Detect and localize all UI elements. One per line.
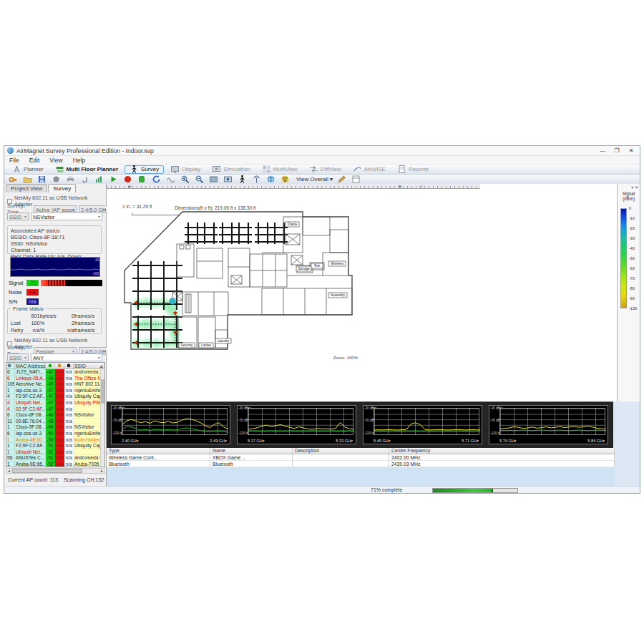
ap-table-row[interactable]: 1100:8E:76:04...-48n/an/a xyxy=(6,419,104,425)
x-axis-right-label: 5.71 GHz xyxy=(462,439,479,443)
palette-icon[interactable] xyxy=(280,175,290,184)
ssid-mode2-select[interactable]: ▾SSID xyxy=(7,353,29,361)
ap-table-hscrollbar[interactable]: ◂ ▸ xyxy=(6,468,105,474)
spectrum-panel: -20 dBm-70 dBm-120 dBm2.40 GHz2.49 GHz-2… xyxy=(107,401,615,448)
minimize-button[interactable]: — xyxy=(595,146,610,155)
ap-table-row[interactable]: 6lap-cos-us-3-50n/an/angeniu&inifer xyxy=(6,431,104,437)
open-folder-icon[interactable] xyxy=(23,175,32,184)
tab-display[interactable]: Display xyxy=(165,165,205,174)
signal-wave-icon[interactable] xyxy=(166,175,175,184)
legend-tick: 0 xyxy=(629,206,631,210)
edit-icon[interactable] xyxy=(337,175,346,184)
floor-plan-area[interactable]: ◆◆◇ 1 in. = 31.29 ft Dimensions(ft x ft)… xyxy=(107,184,618,401)
ap-table-row[interactable]: 402:9F:C2:AF...-47n/an/a xyxy=(6,406,104,413)
close-button[interactable]: ✕ xyxy=(624,146,638,155)
ap-table-row[interactable]: 6Cisco-8F:08...-48n/an/aNSVisitor xyxy=(6,412,104,419)
ssid2-select[interactable]: ▾ANY xyxy=(31,353,102,361)
current-position-marker[interactable] xyxy=(170,298,175,304)
panel-tab-project-view[interactable]: Project View xyxy=(6,184,47,192)
interferer-header-description[interactable]: Description xyxy=(293,448,389,454)
maximize-button[interactable]: ❐ xyxy=(610,146,624,155)
legend-tick: -10 xyxy=(629,216,635,220)
interferer-row[interactable]: Wireless Game Cont...XBOX Game ...2402.0… xyxy=(107,454,615,461)
ap-table-vscrollbar[interactable] xyxy=(100,369,104,467)
zoom-in-icon[interactable] xyxy=(180,175,190,184)
title-bar: AirMagnet Survey Professional Edition - … xyxy=(4,146,640,156)
legend-tick: -20 xyxy=(629,226,635,230)
refresh-icon[interactable] xyxy=(152,175,161,184)
tab-multi-floor-planner[interactable]: Multi Floor Planner xyxy=(50,165,123,174)
noise-badge: n/a xyxy=(26,289,39,296)
interferer-header-type[interactable]: Type xyxy=(107,448,210,454)
room-label-locker: Locker xyxy=(201,343,211,347)
interferer-header-centre-frequency[interactable]: Centre Frequency xyxy=(389,448,615,454)
ssid-mode-select[interactable]: ▾SSID xyxy=(7,213,29,220)
ap-table-row[interactable]: 1Aruba-4E:00...-50n/an/akiolin/hidden xyxy=(6,437,104,444)
interferer-header-name[interactable]: Name xyxy=(210,448,293,454)
battery-icon[interactable] xyxy=(137,175,147,184)
ap-table-row[interactable]: 105Aerohive Ne...-45n/an/aHNT 802.11ax xyxy=(6,381,104,388)
walking-man-icon[interactable] xyxy=(238,175,247,184)
ap-table-row[interactable]: 6Linksys-05:A...-44n/an/aThe Office Netw… xyxy=(6,376,104,382)
tab-simulation[interactable]: Simulation xyxy=(207,165,255,174)
map-scale-text: 1 in. = 31.29 ft xyxy=(122,204,152,209)
save-icon[interactable] xyxy=(37,175,47,184)
tab-planner[interactable]: Planner xyxy=(7,165,49,174)
tab-diffview[interactable]: DiffView xyxy=(304,165,346,174)
ap-table-row[interactable]: 4F2:9F:C2:AF...-47n/an/aUbiquity Captive… xyxy=(6,394,104,400)
menu-item-file[interactable]: File xyxy=(4,157,24,164)
scroll-left-icon[interactable]: ◂ xyxy=(6,469,11,474)
ap-table-row[interactable]: 56ASUSTek C...-51n/an/aandromeda 5g xyxy=(6,455,104,462)
bssid-value: Cisco-8F:18:71 xyxy=(29,234,64,240)
tab-survey[interactable]: Survey xyxy=(125,165,164,174)
assoc-ssid-value: NSVisitor xyxy=(26,240,47,247)
floor-plan: Oracle Storage Tele Wireless Assembly Se… xyxy=(122,210,358,364)
legend-tick: -30 xyxy=(629,236,635,240)
ap-table-row[interactable]: 1F2:9F:C2:AF...-51n/an/aUbiquity Captive… xyxy=(6,443,104,449)
menu-item-view[interactable]: View xyxy=(44,157,67,164)
ap-table-row[interactable]: 1Cisco-9F:08...-49n/an/aNSVisitor xyxy=(6,424,104,431)
planner-icon xyxy=(12,165,21,174)
app-window: AirMagnet Survey Professional Edition - … xyxy=(4,145,640,494)
scroll-right-icon[interactable]: ▸ xyxy=(99,469,104,474)
menu-item-help[interactable]: Help xyxy=(68,157,90,164)
attach-icon[interactable] xyxy=(80,175,89,184)
ap-table-row[interactable]: 1lap-cos-us-3-47n/an/angeniu&inifer xyxy=(6,388,104,394)
ap-table-row[interactable]: 4Ubiquiti Net...-47n/an/aUbiquity PSK xyxy=(6,400,104,406)
legend-close-icon[interactable]: ✕ xyxy=(635,185,638,190)
signal-legend-panel: ▾ ✕ Signal (dBm) 0-10-20-30-40-50-60-70-… xyxy=(617,184,640,401)
interferer-row[interactable]: BluetoothBluetooth2439.03 MHz xyxy=(107,461,615,467)
key-icon[interactable] xyxy=(9,175,18,184)
capture-icon[interactable] xyxy=(209,175,218,184)
layout-icon[interactable] xyxy=(351,175,361,184)
legend-pin-icon[interactable]: ▾ xyxy=(631,185,633,190)
frame-status-title: Frame status xyxy=(11,306,45,312)
band-select[interactable]: ▾2.4/5.0 GHz xyxy=(79,205,107,213)
view-overall-dropdown[interactable]: View Overall ▾ xyxy=(296,176,333,182)
tab-multiview[interactable]: MultiView xyxy=(257,165,303,174)
tab-airwise[interactable]: AirWISE xyxy=(348,165,391,174)
menu-bar: FileEditViewHelp xyxy=(4,156,640,165)
stop-icon[interactable] xyxy=(123,175,132,184)
panel-tab-survey[interactable]: Survey xyxy=(48,184,76,192)
tab-reports[interactable]: Reports xyxy=(392,165,434,174)
antenna-icon[interactable] xyxy=(252,175,261,184)
ap-table-row[interactable]: 6J12S_NATI...-42n/an/aandromeda 2g xyxy=(6,369,104,376)
ap-table-row[interactable]: 1Ubiquiti Net...-51n/an/a xyxy=(6,449,104,456)
globe-icon[interactable] xyxy=(266,175,275,184)
record-icon[interactable] xyxy=(52,175,61,184)
mac-address-header: MAC Address xyxy=(15,363,46,369)
ap-table-header[interactable]: MAC Address SSID▲ xyxy=(6,363,104,369)
survey-type-select[interactable]: ▾Active (AP assoc.) xyxy=(34,205,77,213)
chart-icon[interactable] xyxy=(94,175,104,184)
ap-table-row[interactable]: 1Aruba-9E:65...-52n/an/aAruba-7005 xyxy=(6,462,104,467)
reports-icon xyxy=(397,165,406,174)
menu-item-edit[interactable]: Edit xyxy=(24,157,45,164)
play-icon[interactable] xyxy=(109,175,118,184)
ssid-select[interactable]: ▾NSVisitor xyxy=(31,213,102,220)
x-axis-left-label: 5.17 GHz xyxy=(248,439,265,443)
print-icon[interactable] xyxy=(66,175,75,184)
capture-view-icon[interactable] xyxy=(223,175,233,184)
zoom-out-icon[interactable] xyxy=(195,175,204,184)
airwise-icon xyxy=(353,165,362,174)
